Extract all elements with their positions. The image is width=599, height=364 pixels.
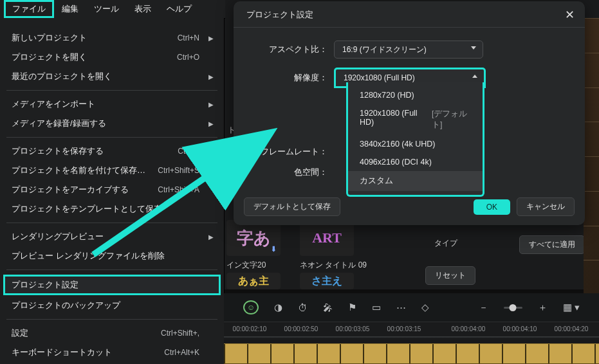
thumb-2-text: ART [312, 230, 342, 246]
project-settings-dialog: プロジェクト設定 ✕ アスペクト比： 16:9 (ワイドスクリーン) 解像度： … [234, 1, 585, 225]
timeline-toolbar: ☺ ◑ ⏱ 🎤︎ ⚑ ▭ ⋯ ◇ － ＋ ▦ ▾ [224, 293, 599, 322]
menu-view[interactable]: 表示 [127, 1, 159, 17]
thumb-1-text: 字あ [237, 227, 271, 250]
menu-item-label: プロジェクトのバックアップ [12, 300, 199, 311]
menu-item-label: 設定 [12, 327, 161, 339]
menu-keyboard-shortcuts[interactable]: キーボードショートカット Ctrl+Alt+K [0, 343, 224, 362]
reset-button[interactable]: リセット [425, 266, 475, 285]
menu-help[interactable]: ヘルプ [159, 1, 199, 17]
menu-item-label: メディアを録音/録画する [12, 118, 199, 129]
menu-item-label: プロジェクトを開く [12, 51, 177, 63]
dialog-title: プロジェクト設定 [246, 9, 565, 21]
resolution-option-1080[interactable]: 1920x1080 (Full HD) [デフォルト] [348, 104, 483, 135]
thumb-4[interactable]: さ主え [300, 273, 354, 289]
thumb-4-text: さ主え [311, 275, 342, 288]
smiley-icon[interactable]: ☺ [243, 300, 259, 314]
shortcut-label: Ctrl+Shift+A [158, 185, 199, 194]
video-clip[interactable] [224, 343, 599, 364]
speed-icon[interactable]: ⏱ [298, 302, 308, 313]
save-as-default-button[interactable]: デフォルトとして保存 [244, 197, 340, 216]
menu-item-label: プロジェクト設定 [12, 279, 199, 291]
aspect-select[interactable]: 16:9 (ワイドスクリーン) [334, 41, 483, 59]
thumb-3-text: あぁ主 [238, 275, 269, 288]
menu-project-settings[interactable]: プロジェクト設定 [4, 275, 220, 295]
chevron-down-icon [471, 46, 476, 50]
menu-project-backup[interactable]: プロジェクトのバックアップ [0, 296, 224, 315]
menu-open-project[interactable]: プロジェクトを開く Ctrl+O [0, 48, 224, 67]
menu-item-label: キーボードショートカット [12, 347, 164, 358]
chevron-right-icon: ▶ [208, 101, 212, 108]
menu-file[interactable]: ファイル [4, 0, 54, 18]
menu-import-media[interactable]: メディアをインポート ▶ [0, 95, 224, 114]
thumb-2[interactable]: ART [300, 220, 354, 256]
type-label: タイプ [434, 238, 457, 249]
menu-item-label: 最近のプロジェクトを開く [12, 71, 199, 82]
save-default-label: デフォルトとして保存 [253, 202, 331, 211]
default-tag: [デフォルト] [432, 109, 471, 131]
chevron-up-icon [472, 75, 477, 78]
ok-button[interactable]: OK [474, 199, 510, 215]
close-icon[interactable]: ✕ [565, 8, 575, 22]
menu-item-label: プロジェクトを保存する [12, 145, 178, 157]
menu-open-recent[interactable]: 最近のプロジェクトを開く ▶ [0, 67, 224, 86]
subtitle-icon[interactable]: ⋯ [396, 302, 406, 313]
dialog-titlebar: プロジェクト設定 ✕ [234, 1, 585, 28]
menu-save-as[interactable]: プロジェクトを名前を付けて保存… Ctrl+Shift+S [0, 161, 224, 180]
menu-edit[interactable]: 編集 [54, 1, 86, 17]
shortcut-label: Ctrl+S [178, 147, 199, 156]
thumb-2-label: ネオン タイトル 09 [300, 260, 367, 271]
thumb-3[interactable]: あぁ主 [226, 273, 281, 289]
timeline-track[interactable] [224, 340, 599, 364]
menu-settings[interactable]: 設定 Ctrl+Shift+, [0, 323, 224, 343]
color-wheel-icon[interactable]: ◑ [274, 302, 282, 313]
resolution-option-custom[interactable]: カスタム [348, 171, 483, 191]
marker-icon[interactable]: ⚑ [348, 302, 356, 313]
keyframe-icon[interactable]: ◇ [421, 302, 429, 313]
chevron-right-icon: ▶ [208, 233, 212, 241]
apply-all-label: すべてに適用 [529, 240, 575, 249]
menu-delete-preview[interactable]: プレビュー レンダリングファイルを削除 [0, 246, 224, 266]
aspect-row: アスペクト比： 16:9 (ワイドスクリーン) [244, 41, 575, 59]
ruler-tick: 00:00:03:05 [336, 325, 370, 332]
apply-all-button[interactable]: すべてに適用 [519, 235, 585, 254]
fps-label: フレームレート： [244, 146, 327, 158]
menu-render-preview[interactable]: レンダリングプレビュー ▶ [0, 227, 224, 246]
cancel-button[interactable]: キャンセル [517, 197, 575, 216]
shortcut-label: Ctrl+Shift+S [158, 166, 199, 175]
aspect-label: アスペクト比： [244, 44, 327, 55]
file-menu-dropdown: 新しいプロジェクト Ctrl+N ▶ プロジェクトを開く Ctrl+O 最近のプ… [0, 18, 225, 364]
ruler-tick: 00:00:04:00 [452, 325, 486, 332]
ruler-tick: 00:00:03:15 [387, 325, 421, 332]
timeline-ruler[interactable]: 00:00:02:10 00:00:02:50 00:00:03:05 00:0… [224, 322, 599, 340]
chevron-right-icon: ▶ [208, 35, 212, 42]
menu-item-label: メディアをインポート [12, 98, 199, 110]
shortcut-label: Ctrl+Shift+, [161, 329, 199, 338]
menu-record[interactable]: メディアを録音/録画する ▶ [0, 114, 224, 133]
menu-tools[interactable]: ツール [86, 1, 127, 17]
menu-save[interactable]: プロジェクトを保存する Ctrl+S [0, 141, 224, 161]
menu-save-template[interactable]: プロジェクトをテンプレートとして保存 [0, 199, 224, 219]
thumb-1[interactable]: 字あ ⬇ [226, 220, 281, 256]
menu-new-project[interactable]: 新しいプロジェクト Ctrl+N ▶ [0, 28, 224, 48]
ruler-tick: 00:00:04:10 [503, 325, 537, 332]
resolution-label: 解像度： [244, 72, 327, 84]
zoom-in-icon[interactable]: ＋ [538, 302, 548, 314]
aspect-value: 16:9 (ワイドスクリーン) [342, 45, 427, 54]
menu-archive[interactable]: プロジェクトをアーカイブする Ctrl+Shift+A [0, 180, 224, 199]
zoom-slider[interactable] [504, 307, 522, 309]
menu-item-label: プロジェクトを名前を付けて保存… [12, 165, 158, 176]
resolution-option-4kuhd[interactable]: 3840x2160 (4k UHD) [348, 135, 483, 153]
resolution-option-dci4k[interactable]: 4096x2160 (DCI 4k) [348, 153, 483, 171]
menu-item-label: レンダリングプレビュー [12, 231, 199, 242]
grid-view-icon[interactable]: ▦ ▾ [563, 302, 580, 313]
download-icon: ⬇ [271, 245, 277, 253]
chevron-right-icon: ▶ [208, 120, 212, 127]
mask-icon[interactable]: ▭ [372, 302, 381, 313]
menu-item-label: プレビュー レンダリングファイルを削除 [12, 250, 199, 262]
resolution-option-720[interactable]: 1280x720 (HD) [348, 86, 483, 104]
thumb-1-label: イン文字20 [226, 260, 266, 271]
resolution-value: 1920x1080 (Full HD) [344, 73, 415, 82]
mic-icon[interactable]: 🎤︎ [323, 302, 333, 313]
cancel-label: キャンセル [526, 202, 565, 211]
zoom-out-icon[interactable]: － [479, 302, 488, 314]
